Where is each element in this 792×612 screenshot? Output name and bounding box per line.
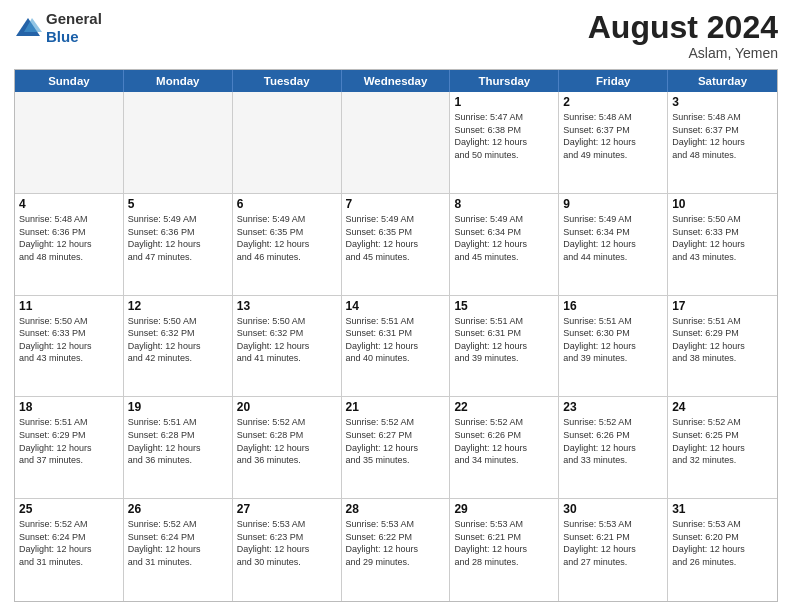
calendar-cell: 24Sunrise: 5:52 AM Sunset: 6:25 PM Dayli… [668, 397, 777, 498]
day-detail: Sunrise: 5:52 AM Sunset: 6:24 PM Dayligh… [19, 518, 119, 568]
calendar-cell: 4Sunrise: 5:48 AM Sunset: 6:36 PM Daylig… [15, 194, 124, 295]
calendar: SundayMondayTuesdayWednesdayThursdayFrid… [14, 69, 778, 602]
calendar-cell: 2Sunrise: 5:48 AM Sunset: 6:37 PM Daylig… [559, 92, 668, 193]
calendar-cell: 5Sunrise: 5:49 AM Sunset: 6:36 PM Daylig… [124, 194, 233, 295]
day-detail: Sunrise: 5:49 AM Sunset: 6:34 PM Dayligh… [563, 213, 663, 263]
day-detail: Sunrise: 5:47 AM Sunset: 6:38 PM Dayligh… [454, 111, 554, 161]
day-number: 12 [128, 299, 228, 313]
calendar-cell: 23Sunrise: 5:52 AM Sunset: 6:26 PM Dayli… [559, 397, 668, 498]
calendar-cell: 27Sunrise: 5:53 AM Sunset: 6:23 PM Dayli… [233, 499, 342, 601]
day-detail: Sunrise: 5:51 AM Sunset: 6:31 PM Dayligh… [346, 315, 446, 365]
day-detail: Sunrise: 5:50 AM Sunset: 6:32 PM Dayligh… [237, 315, 337, 365]
calendar-cell [342, 92, 451, 193]
weekday-header: Thursday [450, 70, 559, 92]
day-number: 2 [563, 95, 663, 109]
location: Aslam, Yemen [588, 45, 778, 61]
calendar-cell: 3Sunrise: 5:48 AM Sunset: 6:37 PM Daylig… [668, 92, 777, 193]
day-number: 7 [346, 197, 446, 211]
day-number: 20 [237, 400, 337, 414]
calendar-row: 25Sunrise: 5:52 AM Sunset: 6:24 PM Dayli… [15, 499, 777, 601]
day-number: 29 [454, 502, 554, 516]
day-detail: Sunrise: 5:50 AM Sunset: 6:33 PM Dayligh… [672, 213, 773, 263]
weekday-header: Friday [559, 70, 668, 92]
calendar-cell: 18Sunrise: 5:51 AM Sunset: 6:29 PM Dayli… [15, 397, 124, 498]
day-number: 4 [19, 197, 119, 211]
calendar-row: 18Sunrise: 5:51 AM Sunset: 6:29 PM Dayli… [15, 397, 777, 499]
day-number: 1 [454, 95, 554, 109]
day-number: 27 [237, 502, 337, 516]
day-number: 15 [454, 299, 554, 313]
weekday-header: Wednesday [342, 70, 451, 92]
day-number: 9 [563, 197, 663, 211]
weekday-header: Tuesday [233, 70, 342, 92]
day-number: 16 [563, 299, 663, 313]
day-detail: Sunrise: 5:52 AM Sunset: 6:25 PM Dayligh… [672, 416, 773, 466]
day-number: 28 [346, 502, 446, 516]
calendar-cell: 25Sunrise: 5:52 AM Sunset: 6:24 PM Dayli… [15, 499, 124, 601]
day-detail: Sunrise: 5:52 AM Sunset: 6:26 PM Dayligh… [563, 416, 663, 466]
day-detail: Sunrise: 5:52 AM Sunset: 6:28 PM Dayligh… [237, 416, 337, 466]
title-block: August 2024 Aslam, Yemen [588, 10, 778, 61]
day-detail: Sunrise: 5:51 AM Sunset: 6:29 PM Dayligh… [19, 416, 119, 466]
calendar-cell: 21Sunrise: 5:52 AM Sunset: 6:27 PM Dayli… [342, 397, 451, 498]
day-detail: Sunrise: 5:49 AM Sunset: 6:35 PM Dayligh… [346, 213, 446, 263]
day-number: 23 [563, 400, 663, 414]
day-number: 24 [672, 400, 773, 414]
logo-text: General Blue [46, 10, 102, 46]
calendar-cell: 14Sunrise: 5:51 AM Sunset: 6:31 PM Dayli… [342, 296, 451, 397]
logo-blue: Blue [46, 28, 79, 45]
day-detail: Sunrise: 5:50 AM Sunset: 6:33 PM Dayligh… [19, 315, 119, 365]
calendar-cell [124, 92, 233, 193]
calendar-cell: 1Sunrise: 5:47 AM Sunset: 6:38 PM Daylig… [450, 92, 559, 193]
day-number: 6 [237, 197, 337, 211]
day-number: 31 [672, 502, 773, 516]
weekday-header: Sunday [15, 70, 124, 92]
day-detail: Sunrise: 5:52 AM Sunset: 6:26 PM Dayligh… [454, 416, 554, 466]
day-detail: Sunrise: 5:51 AM Sunset: 6:31 PM Dayligh… [454, 315, 554, 365]
day-number: 17 [672, 299, 773, 313]
calendar-row: 11Sunrise: 5:50 AM Sunset: 6:33 PM Dayli… [15, 296, 777, 398]
day-detail: Sunrise: 5:51 AM Sunset: 6:30 PM Dayligh… [563, 315, 663, 365]
day-number: 8 [454, 197, 554, 211]
day-detail: Sunrise: 5:50 AM Sunset: 6:32 PM Dayligh… [128, 315, 228, 365]
day-detail: Sunrise: 5:48 AM Sunset: 6:37 PM Dayligh… [672, 111, 773, 161]
calendar-cell: 16Sunrise: 5:51 AM Sunset: 6:30 PM Dayli… [559, 296, 668, 397]
calendar-cell: 29Sunrise: 5:53 AM Sunset: 6:21 PM Dayli… [450, 499, 559, 601]
calendar-body: 1Sunrise: 5:47 AM Sunset: 6:38 PM Daylig… [15, 92, 777, 601]
day-detail: Sunrise: 5:53 AM Sunset: 6:20 PM Dayligh… [672, 518, 773, 568]
calendar-cell: 19Sunrise: 5:51 AM Sunset: 6:28 PM Dayli… [124, 397, 233, 498]
calendar-cell: 26Sunrise: 5:52 AM Sunset: 6:24 PM Dayli… [124, 499, 233, 601]
logo: General Blue [14, 10, 102, 46]
day-detail: Sunrise: 5:48 AM Sunset: 6:37 PM Dayligh… [563, 111, 663, 161]
day-number: 26 [128, 502, 228, 516]
calendar-cell: 8Sunrise: 5:49 AM Sunset: 6:34 PM Daylig… [450, 194, 559, 295]
calendar-cell [15, 92, 124, 193]
calendar-row: 4Sunrise: 5:48 AM Sunset: 6:36 PM Daylig… [15, 194, 777, 296]
calendar-cell: 22Sunrise: 5:52 AM Sunset: 6:26 PM Dayli… [450, 397, 559, 498]
day-number: 30 [563, 502, 663, 516]
calendar-cell: 7Sunrise: 5:49 AM Sunset: 6:35 PM Daylig… [342, 194, 451, 295]
day-number: 21 [346, 400, 446, 414]
calendar-cell: 11Sunrise: 5:50 AM Sunset: 6:33 PM Dayli… [15, 296, 124, 397]
day-detail: Sunrise: 5:52 AM Sunset: 6:27 PM Dayligh… [346, 416, 446, 466]
calendar-cell: 30Sunrise: 5:53 AM Sunset: 6:21 PM Dayli… [559, 499, 668, 601]
day-detail: Sunrise: 5:51 AM Sunset: 6:28 PM Dayligh… [128, 416, 228, 466]
calendar-row: 1Sunrise: 5:47 AM Sunset: 6:38 PM Daylig… [15, 92, 777, 194]
day-detail: Sunrise: 5:49 AM Sunset: 6:35 PM Dayligh… [237, 213, 337, 263]
day-detail: Sunrise: 5:53 AM Sunset: 6:21 PM Dayligh… [454, 518, 554, 568]
calendar-cell: 15Sunrise: 5:51 AM Sunset: 6:31 PM Dayli… [450, 296, 559, 397]
day-number: 25 [19, 502, 119, 516]
day-number: 14 [346, 299, 446, 313]
calendar-cell: 17Sunrise: 5:51 AM Sunset: 6:29 PM Dayli… [668, 296, 777, 397]
logo-general: General [46, 10, 102, 27]
header: General Blue August 2024 Aslam, Yemen [14, 10, 778, 61]
day-detail: Sunrise: 5:53 AM Sunset: 6:22 PM Dayligh… [346, 518, 446, 568]
day-number: 3 [672, 95, 773, 109]
day-number: 5 [128, 197, 228, 211]
day-detail: Sunrise: 5:53 AM Sunset: 6:21 PM Dayligh… [563, 518, 663, 568]
day-detail: Sunrise: 5:49 AM Sunset: 6:34 PM Dayligh… [454, 213, 554, 263]
calendar-cell [233, 92, 342, 193]
day-detail: Sunrise: 5:53 AM Sunset: 6:23 PM Dayligh… [237, 518, 337, 568]
calendar-cell: 9Sunrise: 5:49 AM Sunset: 6:34 PM Daylig… [559, 194, 668, 295]
day-detail: Sunrise: 5:48 AM Sunset: 6:36 PM Dayligh… [19, 213, 119, 263]
